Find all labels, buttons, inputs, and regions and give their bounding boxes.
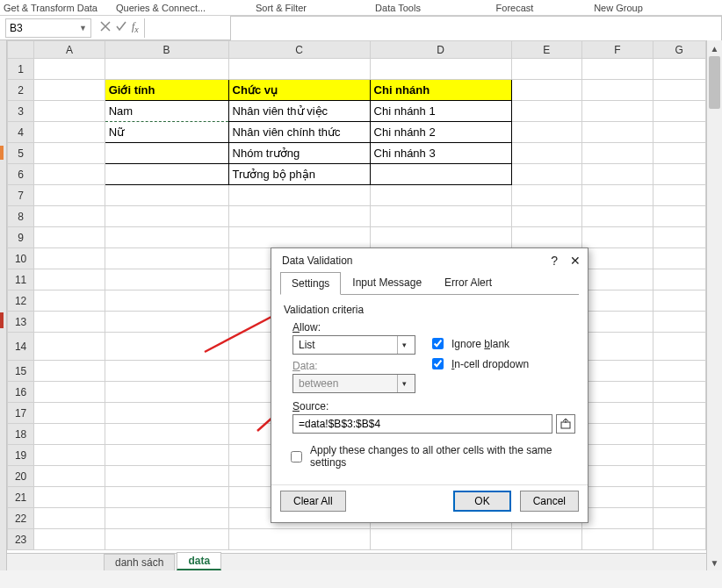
- range-picker-button[interactable]: [556, 414, 575, 434]
- ignore-blank-checkbox[interactable]: Ignore blank: [429, 335, 529, 352]
- cell[interactable]: Chi nhánh 3: [371, 145, 511, 161]
- row-header[interactable]: 9: [8, 227, 34, 248]
- col-header[interactable]: A: [34, 41, 105, 59]
- cell[interactable]: [371, 173, 511, 176]
- row-header[interactable]: 11: [8, 269, 34, 290]
- cell[interactable]: Chi nhánh 2: [371, 124, 511, 140]
- data-value: between: [299, 377, 338, 390]
- ribbon-group-labels: Get & Transform Data Queries & Connect..…: [0, 0, 722, 16]
- col-header[interactable]: G: [653, 41, 705, 59]
- row-header[interactable]: 3: [8, 101, 34, 122]
- cell[interactable]: Nữ: [105, 124, 228, 140]
- button-label: OK: [474, 495, 489, 507]
- row-header[interactable]: 22: [8, 508, 34, 529]
- row-header[interactable]: 18: [8, 424, 34, 445]
- ribbon-group: Queries & Connect...: [116, 3, 221, 13]
- chevron-down-icon[interactable]: ▼: [79, 24, 87, 32]
- dialog-body: Validation criteria Allow: List ▾ Data: …: [280, 294, 579, 481]
- row-header[interactable]: 16: [8, 382, 34, 403]
- row-header[interactable]: 15: [8, 361, 34, 382]
- dialog-title: Data Validation: [282, 255, 353, 267]
- sheet-tab[interactable]: danh sách: [104, 554, 175, 570]
- row-header[interactable]: 4: [8, 122, 34, 143]
- source-input[interactable]: [292, 414, 552, 434]
- row-header[interactable]: 23: [8, 529, 34, 550]
- row-header[interactable]: 21: [8, 487, 34, 508]
- cancel-icon[interactable]: [100, 21, 111, 34]
- cell[interactable]: [105, 173, 228, 176]
- name-box[interactable]: B3 ▼: [5, 18, 91, 38]
- tab-input-message[interactable]: Input Message: [341, 271, 433, 294]
- fx-icon[interactable]: fx: [132, 20, 139, 34]
- row-header[interactable]: 1: [8, 59, 34, 80]
- row-header[interactable]: 7: [8, 185, 34, 206]
- cell[interactable]: Chức vụ: [229, 82, 370, 98]
- col-header[interactable]: C: [228, 41, 370, 59]
- ribbon-group: New Group: [574, 3, 662, 13]
- allow-dropdown[interactable]: List ▾: [292, 335, 415, 355]
- row-header[interactable]: 13: [8, 312, 34, 333]
- row-header[interactable]: 10: [8, 248, 34, 269]
- tab-settings[interactable]: Settings: [280, 272, 341, 295]
- row-header[interactable]: 2: [8, 80, 34, 101]
- button-label: Cancel: [533, 495, 566, 507]
- scroll-thumb[interactable]: [709, 56, 720, 109]
- cell[interactable]: [105, 152, 228, 155]
- row-header[interactable]: 19: [8, 445, 34, 466]
- apply-all-checkbox[interactable]: [291, 451, 302, 463]
- ok-button[interactable]: OK: [453, 491, 510, 512]
- dialog-titlebar[interactable]: Data Validation ? ✕: [271, 248, 588, 271]
- cell[interactable]: Nhân viên chính thức: [229, 124, 370, 140]
- name-box-value: B3: [10, 22, 23, 34]
- tab-label: Settings: [292, 277, 329, 290]
- button-label: Clear All: [293, 495, 333, 507]
- cell[interactable]: Trưởng bộ phận: [229, 166, 370, 183]
- cell[interactable]: Giới tính: [105, 82, 228, 98]
- tab-error-alert[interactable]: Error Alert: [433, 271, 503, 294]
- svg-rect-2: [561, 422, 570, 428]
- sheet-tab[interactable]: data: [177, 552, 221, 570]
- col-header[interactable]: D: [370, 41, 511, 59]
- row-header[interactable]: 8: [8, 206, 34, 227]
- checkbox-icon[interactable]: [432, 358, 444, 369]
- sheet-tab-label: danh sách: [115, 556, 163, 569]
- cell[interactable]: Nam: [105, 103, 228, 119]
- cell[interactable]: Nhóm trưởng: [229, 145, 370, 161]
- help-icon[interactable]: ?: [551, 254, 558, 268]
- chevron-down-icon[interactable]: ▾: [397, 336, 411, 354]
- ribbon-group: Data Tools: [341, 3, 455, 13]
- clear-all-button[interactable]: Clear All: [280, 491, 346, 512]
- row-header[interactable]: 17: [8, 403, 34, 424]
- row-header[interactable]: 20: [8, 466, 34, 487]
- sheet-tabs: danh sách data: [7, 553, 706, 570]
- incell-dropdown-checkbox[interactable]: In-cell dropdown: [429, 355, 529, 372]
- row-header[interactable]: 12: [8, 290, 34, 312]
- cell[interactable]: Chi nhánh: [371, 82, 511, 98]
- cell[interactable]: Chi nhánh 1: [371, 103, 511, 119]
- cell[interactable]: Nhân viên thử việc: [229, 103, 370, 119]
- select-all-corner[interactable]: [8, 41, 34, 59]
- scroll-track[interactable]: [707, 56, 722, 555]
- allow-value: List: [299, 339, 315, 351]
- ribbon-group: Forecast: [462, 3, 567, 13]
- scroll-up-icon[interactable]: ▲: [707, 40, 722, 56]
- col-header[interactable]: E: [511, 41, 582, 59]
- row-header[interactable]: 5: [8, 143, 34, 164]
- checkbox-icon[interactable]: [432, 338, 444, 349]
- formula-icons: fx: [95, 20, 144, 34]
- ribbon-group: Sort & Filter: [228, 3, 334, 13]
- row-header[interactable]: 14: [8, 333, 34, 361]
- vertical-scrollbar[interactable]: ▲ ▼: [706, 40, 722, 570]
- apply-all-label: Apply these changes to all other cells w…: [310, 444, 575, 469]
- enter-icon[interactable]: [116, 21, 126, 34]
- col-header[interactable]: F: [582, 41, 653, 59]
- row-header[interactable]: 6: [8, 164, 34, 185]
- ribbon-group: Get & Transform Data: [4, 3, 109, 13]
- chevron-down-icon: ▾: [397, 375, 411, 392]
- col-header[interactable]: B: [105, 41, 228, 59]
- tab-label: Error Alert: [444, 276, 492, 289]
- cancel-button[interactable]: Cancel: [520, 491, 579, 512]
- source-label: Source:: [292, 400, 575, 412]
- close-icon[interactable]: ✕: [570, 254, 581, 268]
- scroll-down-icon[interactable]: ▼: [707, 555, 722, 570]
